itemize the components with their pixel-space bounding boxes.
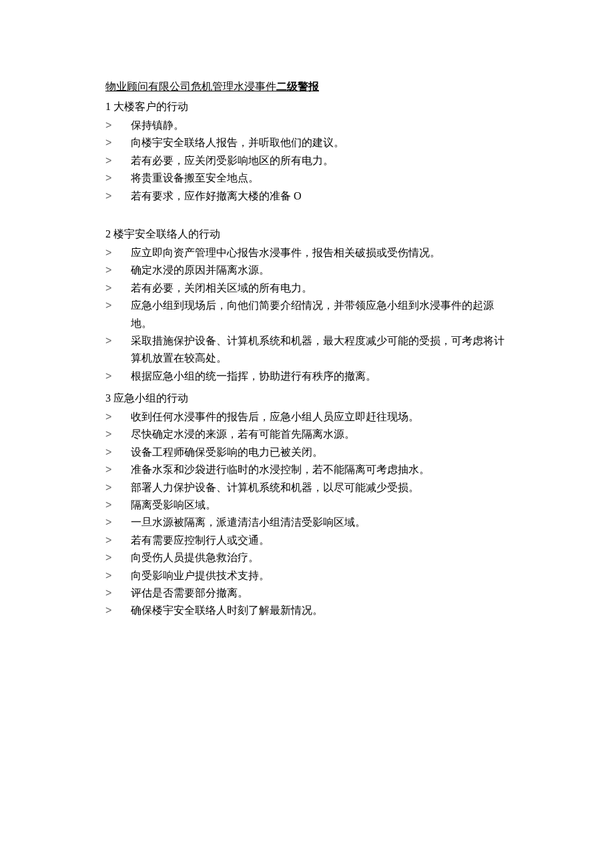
list-item-text: 若有要求，应作好撤离大楼的准备 O	[131, 187, 514, 205]
bullet-icon: >	[105, 244, 131, 262]
list-item-text: 根据应急小组的统一指挥，协助进行有秩序的撤离。	[131, 368, 514, 385]
section-list: >保持镇静。>向楼宇安全联络人报告，并听取他们的建议。>若有必要，应关闭受影响地…	[105, 117, 514, 205]
list-item: >评估是否需要部分撤离。	[105, 584, 514, 602]
list-item-text: 向受影响业户提供技术支持。	[131, 567, 514, 584]
title-bold: 二级警报	[276, 81, 319, 92]
list-item-text: 向受伤人员提供急救治疗。	[131, 549, 514, 566]
bullet-icon: >	[105, 297, 131, 314]
list-item-text: 确定水浸的原因并隔离水源。	[131, 262, 514, 279]
list-item: >采取措施保护设备、计算机系统和机器，最大程度减少可能的受损，可考虑将计算机放置…	[105, 332, 514, 368]
list-item-text: 应急小组到现场后，向他们简要介绍情况，并带领应急小组到水浸事件的起源地。	[131, 297, 514, 332]
list-item: >若有必要，应关闭受影响地区的所有电力。	[105, 152, 514, 169]
list-item-text: 保持镇静。	[131, 117, 514, 134]
list-item: >保持镇静。	[105, 117, 514, 134]
list-item: >确保楼宇安全联络人时刻了解最新情况。	[105, 602, 514, 619]
list-item: >设备工程师确保受影响的电力已被关闭。	[105, 444, 514, 461]
list-item: >若有要求，应作好撤离大楼的准备 O	[105, 187, 514, 205]
bullet-icon: >	[105, 134, 131, 151]
bullet-icon: >	[105, 496, 131, 514]
list-item: >收到任何水浸事件的报告后，应急小组人员应立即赶往现场。	[105, 408, 514, 426]
bullet-icon: >	[105, 532, 131, 549]
list-item-text: 设备工程师确保受影响的电力已被关闭。	[131, 444, 514, 461]
bullet-icon: >	[105, 584, 131, 602]
bullet-icon: >	[105, 602, 131, 619]
bullet-icon: >	[105, 408, 131, 426]
list-item-text: 采取措施保护设备、计算机系统和机器，最大程度减少可能的受损，可考虑将计算机放置在…	[131, 332, 514, 368]
document-title: 物业顾问有限公司危机管理水浸事件二级警报	[105, 79, 514, 95]
list-item-text: 将贵重设备搬至安全地点。	[131, 169, 514, 187]
list-item: >应急小组到现场后，向他们简要介绍情况，并带领应急小组到水浸事件的起源地。	[105, 297, 514, 332]
list-item-text: 向楼宇安全联络人报告，并听取他们的建议。	[131, 134, 514, 151]
list-item-text: 应立即向资产管理中心报告水浸事件，报告相关破损或受伤情况。	[131, 244, 514, 262]
list-item-text: 一旦水源被隔离，派遣清洁小组清洁受影响区域。	[131, 514, 514, 531]
bullet-icon: >	[105, 152, 131, 169]
bullet-icon: >	[105, 262, 131, 279]
bullet-icon: >	[105, 444, 131, 461]
section-heading: 3 应急小组的行动	[105, 390, 514, 406]
list-item: >隔离受影响区域。	[105, 496, 514, 514]
title-prefix: 物业顾问有限公司危机管理水浸事件	[105, 81, 276, 92]
list-item: >部署人力保护设备、计算机系统和机器，以尽可能减少受损。	[105, 479, 514, 496]
list-item-text: 尽快确定水浸的来源，若有可能首先隔离水源。	[131, 426, 514, 443]
sections-container: 1 大楼客户的行动>保持镇静。>向楼宇安全联络人报告，并听取他们的建议。>若有必…	[105, 99, 514, 620]
section-list: >应立即向资产管理中心报告水浸事件，报告相关破损或受伤情况。>确定水浸的原因并隔…	[105, 244, 514, 385]
list-item: >应立即向资产管理中心报告水浸事件，报告相关破损或受伤情况。	[105, 244, 514, 262]
list-item-text: 若有需要应控制行人或交通。	[131, 532, 514, 549]
list-item-text: 准备水泵和沙袋进行临时的水浸控制，若不能隔离可考虑抽水。	[131, 461, 514, 478]
list-item: >若有需要应控制行人或交通。	[105, 532, 514, 549]
list-item: >准备水泵和沙袋进行临时的水浸控制，若不能隔离可考虑抽水。	[105, 461, 514, 478]
section-list: >收到任何水浸事件的报告后，应急小组人员应立即赶往现场。>尽快确定水浸的来源，若…	[105, 408, 514, 620]
list-item-text: 部署人力保护设备、计算机系统和机器，以尽可能减少受损。	[131, 479, 514, 496]
list-item: >向受影响业户提供技术支持。	[105, 567, 514, 584]
section-heading: 1 大楼客户的行动	[105, 99, 514, 115]
bullet-icon: >	[105, 187, 131, 205]
bullet-icon: >	[105, 567, 131, 584]
bullet-icon: >	[105, 368, 131, 385]
bullet-icon: >	[105, 514, 131, 531]
list-item-text: 确保楼宇安全联络人时刻了解最新情况。	[131, 602, 514, 619]
list-item: >若有必要，关闭相关区域的所有电力。	[105, 280, 514, 297]
list-item: >向受伤人员提供急救治疗。	[105, 549, 514, 566]
section-heading: 2 楼宇安全联络人的行动	[105, 226, 514, 242]
list-item: >将贵重设备搬至安全地点。	[105, 169, 514, 187]
bullet-icon: >	[105, 461, 131, 478]
document-page: 物业顾问有限公司危机管理水浸事件二级警报 1 大楼客户的行动>保持镇静。>向楼宇…	[0, 0, 614, 620]
list-item: >确定水浸的原因并隔离水源。	[105, 262, 514, 279]
list-item: >一旦水源被隔离，派遣清洁小组清洁受影响区域。	[105, 514, 514, 531]
list-item-text: 若有必要，关闭相关区域的所有电力。	[131, 280, 514, 297]
list-item: >向楼宇安全联络人报告，并听取他们的建议。	[105, 134, 514, 151]
bullet-icon: >	[105, 479, 131, 496]
list-item-text: 若有必要，应关闭受影响地区的所有电力。	[131, 152, 514, 169]
bullet-icon: >	[105, 169, 131, 187]
list-item: >根据应急小组的统一指挥，协助进行有秩序的撤离。	[105, 368, 514, 385]
bullet-icon: >	[105, 280, 131, 297]
section-spacer	[105, 205, 514, 221]
list-item-text: 隔离受影响区域。	[131, 496, 514, 514]
bullet-icon: >	[105, 426, 131, 443]
list-item-text: 评估是否需要部分撤离。	[131, 584, 514, 602]
list-item: >尽快确定水浸的来源，若有可能首先隔离水源。	[105, 426, 514, 443]
bullet-icon: >	[105, 549, 131, 566]
bullet-icon: >	[105, 117, 131, 134]
list-item-text: 收到任何水浸事件的报告后，应急小组人员应立即赶往现场。	[131, 408, 514, 426]
bullet-icon: >	[105, 332, 131, 350]
